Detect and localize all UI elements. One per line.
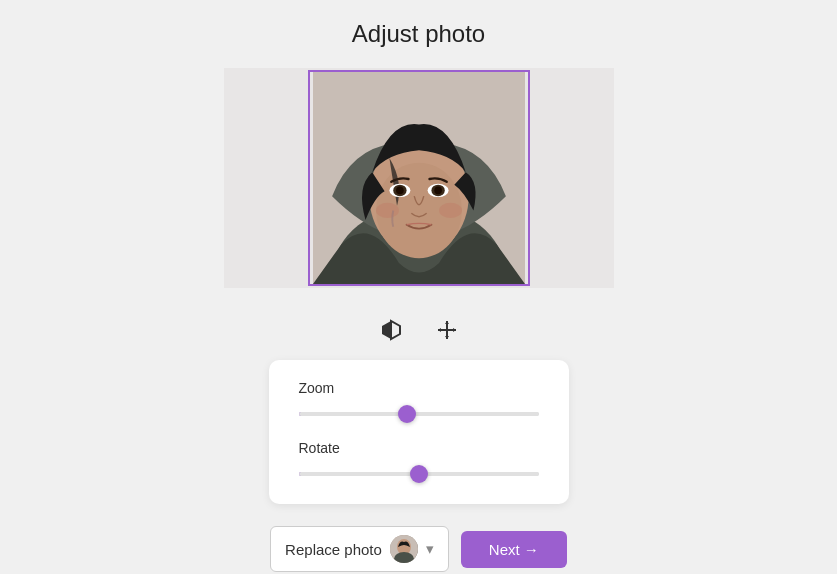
replace-photo-button[interactable]: Replace photo ▾ [270,526,449,572]
rotate-label: Rotate [299,440,539,456]
rotate-group: Rotate [299,440,539,484]
crop-area [308,70,530,286]
next-label: Next → [489,541,539,558]
flip-icon [379,318,403,342]
move-icon [435,318,459,342]
current-photo-thumbnail [390,535,418,563]
svg-point-11 [376,203,399,218]
dropdown-chevron: ▾ [426,540,434,558]
zoom-group: Zoom [299,380,539,424]
controls-row [371,310,467,350]
page-title: Adjust photo [352,20,485,48]
replace-label: Replace photo [285,541,382,558]
portrait-image [310,72,528,284]
svg-point-10 [434,187,442,195]
zoom-slider[interactable] [299,412,539,416]
svg-point-12 [439,203,462,218]
photo-canvas [224,68,614,288]
svg-point-7 [396,187,404,195]
rotate-slider-wrapper [299,464,539,484]
bottom-bar: Replace photo ▾ Next → [270,526,567,572]
move-button[interactable] [427,310,467,350]
zoom-slider-wrapper [299,404,539,424]
avatar-svg [390,535,418,563]
rotate-slider[interactable] [299,472,539,476]
flip-button[interactable] [371,310,411,350]
zoom-label: Zoom [299,380,539,396]
next-button[interactable]: Next → [461,531,567,568]
sliders-card: Zoom Rotate [269,360,569,504]
